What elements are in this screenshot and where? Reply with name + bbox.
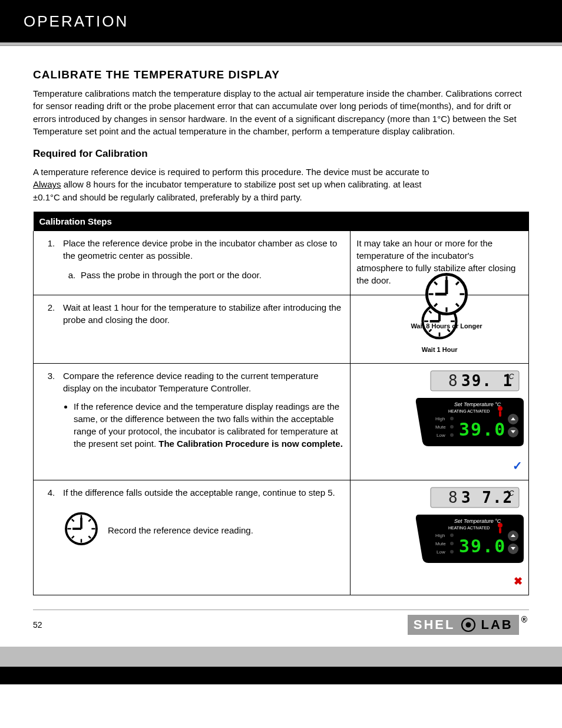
table-row: 4. If the difference falls outside the a… xyxy=(34,480,529,595)
section-title: CALIBRATE THE TEMPERATURE DISPLAY xyxy=(33,68,529,81)
svg-rect-51 xyxy=(499,528,501,533)
logo-regmark: ® xyxy=(521,615,529,624)
step4-record: Record the reference device reading. xyxy=(108,524,253,536)
req-post1: allow 8 hours for the incubator temperat… xyxy=(64,179,391,189)
svg-point-24 xyxy=(498,406,503,411)
svg-text:High: High xyxy=(435,533,445,538)
display-panel-ok: 8 39. 1 °C Set Temperature °C HEATING AC… xyxy=(413,370,525,472)
step-number: 4. xyxy=(39,486,63,499)
svg-text:Low: Low xyxy=(437,549,445,555)
logo-shel: SHEL xyxy=(408,615,460,635)
svg-text:8: 8 xyxy=(448,489,459,506)
page-header-band: OPERATION xyxy=(0,0,562,42)
intro-paragraph: Temperature calibrations match the tempe… xyxy=(33,87,529,137)
table-row: 3. Compare the reference device reading … xyxy=(34,364,529,480)
svg-text:Set Temperature °C: Set Temperature °C xyxy=(454,518,501,524)
svg-text:Mute: Mute xyxy=(435,424,446,430)
step-text: Compare the reference device reading to … xyxy=(63,370,344,394)
step-number: 2. xyxy=(39,301,63,314)
word-always: Always xyxy=(33,179,61,189)
svg-point-57 xyxy=(450,550,454,554)
svg-text:Low: Low xyxy=(437,433,445,438)
col-header-blank xyxy=(351,212,529,231)
step-text: If the difference falls outside the acce… xyxy=(63,486,344,499)
req-pre: A temperature reference device is requir… xyxy=(33,167,429,177)
display-panel-bad: 8 3 7.2 °C Set Temperature °C HEATING AC… xyxy=(413,486,525,587)
shellab-logo: SHEL LAB ® xyxy=(408,615,529,635)
svg-text:°C: °C xyxy=(506,489,514,498)
step-text: Place the reference device probe in the … xyxy=(63,237,344,262)
logo-target-icon xyxy=(459,615,477,635)
step-number: 1. xyxy=(39,237,63,249)
svg-point-27 xyxy=(450,417,454,420)
step-text: Wait at least 1 hour for the temperature… xyxy=(63,301,344,326)
header-section-name: OPERATION xyxy=(24,12,547,31)
wait-1h-label: Wait 1 Hour xyxy=(419,345,459,354)
panel-set-value: 39.0 xyxy=(459,419,506,440)
required-paragraph: A temperature reference device is requir… xyxy=(33,166,445,203)
req-c: C and should be regularly calibrated, pr… xyxy=(54,192,302,202)
step-number: 3. xyxy=(39,370,63,382)
svg-rect-25 xyxy=(499,411,501,417)
step3-bullet: If the reference device and the temperat… xyxy=(74,400,344,450)
wait-8h-label: Wait 8 Hours or Longer xyxy=(405,322,488,330)
svg-point-29 xyxy=(450,425,454,429)
svg-point-61 xyxy=(466,622,471,628)
calibration-steps-table: Calibration Steps 1. Place the reference… xyxy=(33,212,529,595)
clock-icon xyxy=(423,271,470,318)
required-subheading: Required for Calibration xyxy=(33,148,529,160)
svg-point-55 xyxy=(450,542,454,545)
svg-text:HEATING ACTIVATED: HEATING ACTIVATED xyxy=(448,526,490,530)
page-footer: 52 SHEL LAB ® xyxy=(0,610,562,635)
footer-grey-band xyxy=(0,647,562,667)
svg-point-53 xyxy=(450,533,454,537)
svg-point-31 xyxy=(450,433,454,437)
clock-icon xyxy=(63,510,100,550)
footer-black-band xyxy=(0,667,562,684)
svg-text:High: High xyxy=(435,416,445,421)
x-icon: ✖ xyxy=(514,575,523,587)
svg-text:Mute: Mute xyxy=(435,541,446,546)
logo-lab: LAB xyxy=(477,615,518,635)
page-number: 52 xyxy=(33,620,42,630)
top-reading: 8 xyxy=(448,372,459,390)
substep-number: a. xyxy=(63,269,81,281)
panel-set-label: Set Temperature °C xyxy=(454,401,501,407)
svg-point-50 xyxy=(498,523,503,528)
col-header-steps: Calibration Steps xyxy=(34,212,351,231)
check-icon: ✓ xyxy=(513,459,523,472)
panel-heating-label: HEATING ACTIVATED xyxy=(448,409,490,413)
wait-8h-figure: Wait 8 Hours or Longer xyxy=(405,271,488,330)
panel-set-value: 39.0 xyxy=(459,536,506,556)
svg-text:°C: °C xyxy=(506,373,514,381)
substep-text: Pass the probe in through the port or th… xyxy=(81,269,344,281)
